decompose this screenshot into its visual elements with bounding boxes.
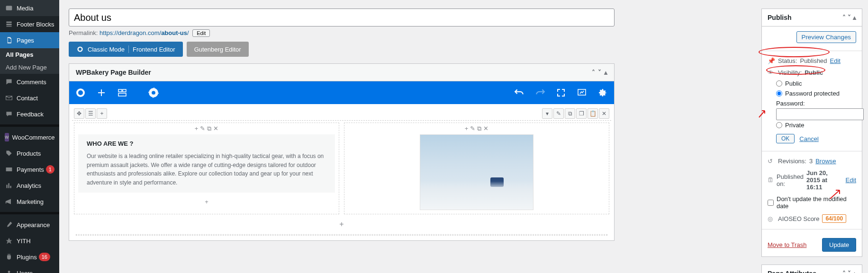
sidebar-item-marketing[interactable]: Marketing: [0, 194, 59, 210]
published-label: Published on:: [777, 173, 804, 187]
update-button[interactable]: Update: [822, 238, 856, 252]
sidebar-item-products[interactable]: Products: [0, 145, 59, 161]
sidebar-item-comments[interactable]: Comments: [0, 74, 59, 90]
add-element-icon[interactable]: [96, 87, 107, 98]
main-content: Permalink: https://derdragon.com/about-u…: [59, 0, 761, 273]
gear-icon[interactable]: [597, 87, 608, 98]
sidebar-item-woocommerce[interactable]: WWooCommerce: [0, 129, 59, 145]
sidebar-item-users[interactable]: Users: [0, 265, 59, 273]
classic-frontend-button[interactable]: Classic Mode Frontend Editor: [69, 42, 183, 57]
payments-icon: [5, 165, 13, 174]
image-block[interactable]: [348, 134, 605, 210]
metabox-down-icon[interactable]: ˅: [848, 14, 851, 21]
sidebar-label: Products: [17, 150, 41, 157]
template-icon[interactable]: [117, 87, 128, 98]
row-copy-icon[interactable]: ⧉: [565, 108, 575, 119]
admin-sidebar: Media Footer Blocks Pages All Pages Add …: [0, 0, 59, 273]
sidebar-label: Payments: [17, 166, 44, 173]
browse-revisions-link[interactable]: Browse: [815, 158, 836, 165]
col-add-plus[interactable]: +: [74, 196, 339, 207]
aioseo-label: AIOSEO Score: [778, 215, 819, 222]
panel-up-icon[interactable]: ˄: [592, 69, 595, 76]
metabox-down-icon[interactable]: ˅: [848, 270, 851, 273]
snowmobile-image: [420, 134, 533, 210]
sidebar-item-footer-blocks[interactable]: Footer Blocks: [0, 16, 59, 32]
metabox-toggle-icon[interactable]: ▴: [853, 270, 856, 273]
row-move-icon[interactable]: ✥: [74, 108, 84, 119]
sidebar-item-yith[interactable]: YITH: [0, 233, 59, 249]
row-collapse-icon[interactable]: ▾: [542, 108, 552, 119]
settings-gear-icon[interactable]: [148, 87, 159, 98]
published-edit-link[interactable]: Edit: [846, 176, 856, 184]
radio-public[interactable]: [776, 80, 782, 87]
wpb-logo-icon[interactable]: [75, 87, 86, 98]
dont-update-label: Don't update the modified date: [777, 195, 856, 210]
row-paste-icon[interactable]: 📋: [588, 108, 598, 119]
undo-icon[interactable]: [514, 87, 525, 98]
metabox-toggle-icon[interactable]: ▴: [853, 14, 856, 21]
column-right: + ✎ ⧉ ✕: [344, 123, 609, 214]
dont-update-checkbox[interactable]: [768, 200, 774, 206]
col-edit-icon[interactable]: ✎: [200, 125, 205, 132]
permalink-edit-button[interactable]: Edit: [192, 29, 210, 37]
col-add-icon[interactable]: +: [465, 125, 469, 132]
editor-modes: Classic Mode Frontend Editor Gutenberg E…: [69, 42, 752, 57]
sidebar-item-analytics[interactable]: Analytics: [0, 177, 59, 194]
row-layout-icon[interactable]: ☰: [85, 108, 96, 119]
col-delete-icon[interactable]: ✕: [483, 125, 488, 132]
badge-count: 1: [46, 165, 54, 174]
sidebar-item-media[interactable]: Media: [0, 0, 59, 16]
footer-icon: [5, 20, 13, 28]
move-to-trash-link[interactable]: Move to Trash: [768, 241, 806, 248]
wpbakery-canvas: ✥ ☰ + ▾ ✎ ⧉ ❐ 📋 ✕: [69, 104, 614, 240]
ok-button[interactable]: OK: [776, 134, 795, 143]
text-block[interactable]: WHO ARE WE ? Our website is a leading on…: [78, 134, 335, 193]
sidebar-item-pages[interactable]: Pages: [0, 32, 59, 48]
metabox-up-icon[interactable]: ˄: [842, 14, 846, 21]
visibility-password-option[interactable]: Password protected: [768, 88, 856, 98]
password-input[interactable]: [776, 108, 864, 120]
status-edit-link[interactable]: Edit: [830, 57, 841, 64]
col-edit-icon[interactable]: ✎: [470, 125, 475, 132]
panel-toggle-icon[interactable]: ▴: [604, 69, 607, 76]
aioseo-score: 64/100: [822, 214, 846, 223]
page-title-input[interactable]: [69, 9, 615, 26]
sidebar-item-feedback[interactable]: Feedback: [0, 106, 59, 122]
permalink-link[interactable]: https://derdragon.com/about-us/: [99, 29, 189, 36]
redo-icon[interactable]: [534, 87, 546, 98]
row-add-icon[interactable]: +: [97, 108, 107, 119]
panel-down-icon[interactable]: ˅: [598, 69, 601, 76]
media-icon: [5, 4, 13, 12]
gutenberg-button[interactable]: Gutenberg Editor: [187, 42, 249, 57]
svg-point-2: [79, 48, 81, 51]
sidebar-item-contact[interactable]: Contact: [0, 90, 59, 106]
col-add-icon[interactable]: +: [195, 125, 199, 132]
col-copy-icon[interactable]: ⧉: [207, 125, 211, 132]
preview-icon[interactable]: [576, 87, 588, 98]
aioseo-icon: ◎: [768, 215, 775, 222]
row-clone-icon[interactable]: ❐: [576, 108, 587, 119]
row-delete-icon[interactable]: ✕: [599, 108, 609, 119]
row-edit-icon[interactable]: ✎: [553, 108, 564, 119]
appearance-icon: [5, 220, 13, 229]
radio-private[interactable]: [776, 122, 782, 128]
col-delete-icon[interactable]: ✕: [213, 125, 218, 132]
metabox-up-icon[interactable]: ˄: [842, 270, 846, 273]
wpbakery-panel: WPBakery Page Builder ˄ ˅ ▴: [69, 63, 615, 241]
sidebar-item-appearance[interactable]: Appearance: [0, 217, 59, 233]
fullscreen-icon[interactable]: [555, 87, 567, 98]
sidebar-item-plugins[interactable]: Plugins16: [0, 249, 59, 265]
preview-changes-button[interactable]: Preview Changes: [796, 31, 856, 43]
visibility-private-option[interactable]: Private: [768, 120, 856, 130]
submenu-add-new-page[interactable]: Add New Page: [0, 61, 59, 74]
col-copy-icon[interactable]: ⧉: [477, 125, 481, 132]
wpbakery-toolbar: [69, 81, 614, 104]
submenu-all-pages[interactable]: All Pages: [0, 48, 59, 61]
visibility-public-option[interactable]: Public: [768, 79, 856, 88]
sidebar-item-payments[interactable]: Payments1: [0, 161, 59, 177]
radio-password[interactable]: [776, 90, 782, 97]
cancel-link[interactable]: Cancel: [799, 135, 818, 142]
sidebar-label: Contact: [17, 95, 38, 102]
add-row-plus[interactable]: +: [72, 216, 611, 232]
sidebar-label: Marketing: [17, 198, 44, 205]
